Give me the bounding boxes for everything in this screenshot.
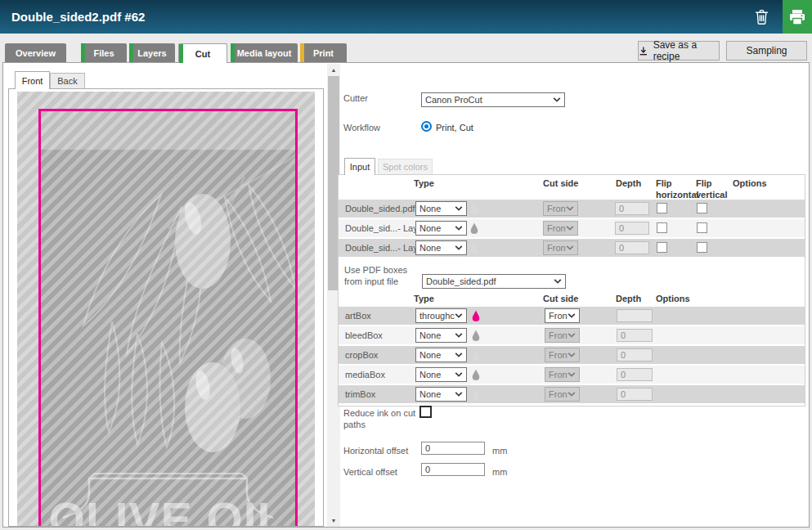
chevron-down-icon: [568, 333, 576, 338]
type-select[interactable]: None: [415, 348, 467, 362]
spot-color-droplet-icon: [472, 349, 480, 361]
row-label: mediaBox: [345, 370, 385, 380]
scroll-up-arrow-icon[interactable]: ▲: [327, 64, 340, 75]
tab-media-layout[interactable]: Media layout: [231, 43, 298, 62]
chevron-down-icon: [553, 97, 561, 102]
spot-color-droplet-icon: [470, 222, 478, 234]
type-select[interactable]: None: [415, 201, 467, 216]
tab-front-label: Front: [22, 76, 43, 86]
tab-input[interactable]: Input: [344, 158, 375, 175]
table-row: mediaBox None Front 0: [339, 366, 805, 384]
cut-tables-container: TypeCut sideDepthFlip horizontalFlip ver…: [338, 174, 805, 406]
tab-status-accent: [81, 43, 85, 62]
column-header: Cut side: [543, 178, 599, 190]
job-preview-image[interactable]: OLIVE OIL: [17, 92, 315, 526]
pdf-boxes-file-select[interactable]: Double_sided.pdf: [422, 274, 566, 289]
cut-side-select-value: Front: [544, 204, 566, 213]
cutter-select[interactable]: Canon ProCut: [421, 92, 565, 107]
tab-cut[interactable]: Cut: [178, 43, 227, 63]
save-as-recipe-label: Save as a recipe: [653, 39, 719, 62]
tab-front[interactable]: Front: [15, 71, 50, 89]
depth-field: 0: [615, 241, 649, 254]
table-row: Double_sid...- Layer 1 None Front 0: [339, 239, 805, 257]
table-row: artBox throughcut Front: [339, 307, 805, 325]
spot-color-droplet-icon: [472, 389, 480, 400]
cut-side-select[interactable]: Front: [543, 221, 578, 236]
sampling-button[interactable]: Sampling: [726, 41, 807, 61]
cut-side-select[interactable]: Front: [545, 367, 580, 382]
column-header: Flip horizontal: [656, 178, 693, 201]
cut-side-select[interactable]: Front: [543, 201, 578, 216]
column-header: Cut side: [543, 294, 599, 305]
row-label: Double_sided.pdf: [345, 204, 415, 213]
type-select-value: None: [416, 223, 455, 233]
tab-back-label: Back: [57, 76, 77, 86]
save-as-recipe-button[interactable]: Save as a recipe: [638, 41, 720, 61]
table-row: trimBox None Front 0: [339, 385, 805, 403]
cut-side-select-value: Front: [544, 223, 566, 233]
printer-icon: [788, 9, 806, 25]
cutter-select-value: Canon ProCut: [422, 95, 553, 105]
tab-status-accent: [129, 43, 133, 62]
chevron-down-icon: [455, 392, 463, 397]
type-select-value: throughcut: [416, 311, 455, 321]
vertical-offset-input[interactable]: 0: [421, 463, 485, 476]
spot-color-droplet-icon: [470, 203, 478, 214]
flip-horizontal-checkbox[interactable]: [657, 222, 667, 233]
chevron-down-icon: [455, 206, 463, 211]
cut-side-select-value: Front: [545, 389, 568, 399]
type-select[interactable]: None: [415, 387, 467, 402]
type-select-value: None: [416, 370, 455, 380]
row-label: cropBox: [345, 350, 378, 360]
tab-back[interactable]: Back: [50, 73, 85, 89]
type-select[interactable]: None: [415, 240, 467, 255]
cut-side-select-value: Front: [544, 243, 566, 253]
table-row: bleedBox None Front 0: [339, 326, 805, 344]
flip-horizontal-checkbox[interactable]: [657, 242, 667, 253]
delete-trash-icon[interactable]: [753, 8, 770, 25]
tab-layers[interactable]: Layers: [129, 43, 175, 62]
spot-color-droplet-icon: [472, 369, 480, 380]
cut-path-outline: [38, 109, 298, 526]
chevron-down-icon: [566, 245, 574, 250]
type-select[interactable]: None: [415, 328, 467, 343]
chevron-down-icon: [455, 245, 463, 250]
cut-side-select[interactable]: Front: [545, 387, 580, 402]
flip-horizontal-checkbox[interactable]: [657, 203, 667, 213]
cut-side-select[interactable]: Front: [543, 240, 578, 255]
tab-status-accent: [231, 43, 235, 62]
flip-vertical-checkbox[interactable]: [697, 242, 707, 253]
tab-print[interactable]: Print: [300, 43, 347, 62]
tab-files[interactable]: Files: [81, 43, 127, 62]
print-button[interactable]: [783, 0, 812, 34]
table-row: cropBox None Front 0: [339, 346, 805, 364]
horizontal-offset-unit: mm: [492, 446, 507, 456]
column-header: Options: [733, 178, 788, 190]
scroll-down-arrow-icon[interactable]: ▼: [327, 514, 340, 526]
flip-vertical-checkbox[interactable]: [697, 222, 707, 233]
reduce-ink-checkbox[interactable]: [419, 406, 432, 418]
reduce-ink-label: Reduce ink on cut paths: [343, 408, 417, 431]
column-header: Type: [414, 294, 469, 305]
chevron-down-icon: [568, 372, 576, 377]
type-select[interactable]: throughcut: [415, 308, 467, 323]
horizontal-offset-input[interactable]: 0: [421, 442, 485, 455]
tab-label: Cut: [195, 49, 210, 59]
vertical-offset-unit: mm: [492, 467, 507, 477]
cut-side-select[interactable]: Front: [545, 328, 580, 343]
tab-status-accent: [300, 43, 304, 62]
spot-color-droplet-icon: [470, 242, 478, 254]
cut-side-select-value: Front: [545, 330, 568, 340]
flip-vertical-checkbox[interactable]: [697, 203, 707, 213]
cut-side-select[interactable]: Front: [545, 308, 580, 323]
type-select[interactable]: None: [415, 367, 467, 382]
tab-spot-colors-label: Spot colors: [383, 162, 428, 172]
depth-field: 0: [615, 202, 649, 215]
cut-side-select[interactable]: Front: [545, 348, 580, 362]
sampling-label: Sampling: [746, 45, 787, 56]
workflow-radio[interactable]: [421, 121, 432, 132]
tab-overview[interactable]: Overview: [5, 43, 66, 62]
depth-field: [617, 309, 653, 322]
vertical-offset-label: Vertical offset: [343, 467, 397, 478]
type-select[interactable]: None: [415, 221, 467, 236]
